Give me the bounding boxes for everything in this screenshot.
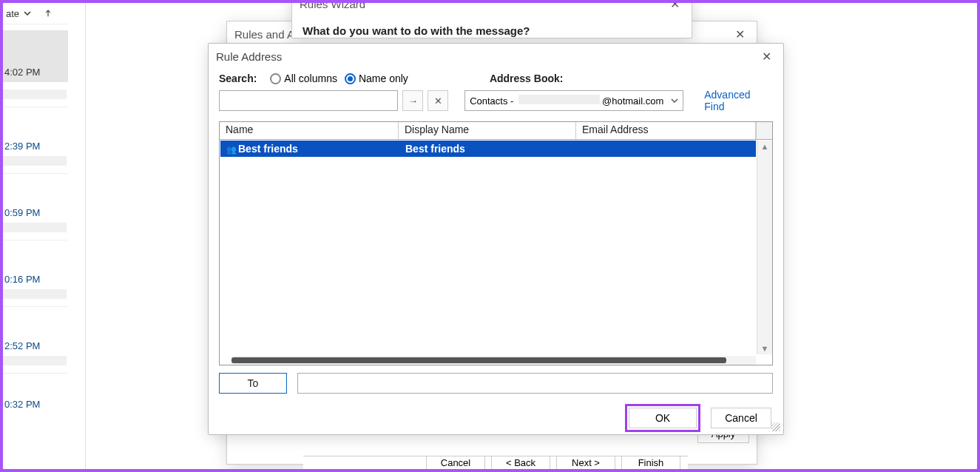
advanced-find-link[interactable]: Advanced Find (704, 89, 773, 112)
radio-all-label: All columns (284, 73, 337, 84)
mail-item[interactable]: 4:02 PM (3, 24, 68, 107)
redacted-account (518, 95, 600, 104)
address-book-value: Contacts - @hotmail.com (470, 95, 663, 107)
go-button[interactable]: → (402, 90, 423, 111)
ok-highlight: OK (625, 404, 700, 432)
resize-grip-icon[interactable] (771, 422, 780, 431)
chevron-down-icon (24, 8, 31, 19)
group-icon: 👥 (226, 145, 237, 155)
to-button[interactable]: To (219, 373, 287, 394)
sort-label-fragment: ate (6, 8, 19, 19)
scroll-down-icon[interactable]: ▼ (757, 343, 772, 354)
rule-address-title: Rule Address (216, 50, 282, 63)
close-icon: ✕ (434, 95, 442, 107)
close-icon[interactable]: ✕ (731, 27, 749, 41)
rules-wizard-window: Rules Wizard ✕ What do you want to do wi… (291, 0, 692, 38)
table-row[interactable]: 👥Best friends Best friends (220, 141, 756, 157)
mail-item[interactable]: 0:32 PM (3, 373, 68, 417)
mail-preview-bar (3, 223, 67, 232)
mail-item[interactable]: 2:52 PM (3, 306, 68, 373)
mail-time: 4:02 PM (3, 67, 40, 78)
mail-item[interactable]: 0:16 PM (3, 240, 68, 306)
mail-preview-bar (3, 156, 67, 166)
address-book-label: Address Book: (490, 73, 564, 84)
mail-time: 0:32 PM (3, 399, 67, 410)
rules-wizard-title: Rules Wizard (300, 0, 365, 10)
mail-preview-bar (3, 289, 67, 299)
mail-time: 2:52 PM (3, 340, 67, 351)
row-display: Best friends (405, 143, 465, 155)
mail-time: 2:39 PM (3, 141, 67, 152)
mail-sort-header[interactable]: ate (3, 3, 68, 24)
close-icon[interactable]: ✕ (757, 50, 776, 64)
radio-icon (345, 73, 356, 84)
wizard-back-button[interactable]: < Back (491, 456, 550, 469)
column-display-name[interactable]: Display Name (399, 122, 576, 139)
address-book-select[interactable]: Contacts - @hotmail.com (464, 90, 683, 111)
rules-wizard-footer: Cancel < Back Next > Finish (303, 456, 688, 469)
radio-name-label: Name only (359, 73, 408, 84)
column-email[interactable]: Email Address (576, 122, 756, 139)
table-hscrollbar[interactable] (232, 356, 756, 365)
search-input[interactable] (219, 90, 398, 111)
mail-preview-bar (3, 90, 67, 99)
radio-name-only[interactable]: Name only (345, 73, 408, 84)
ok-button[interactable]: OK (629, 408, 697, 428)
cancel-button[interactable]: Cancel (711, 408, 771, 428)
search-label: Search: (219, 73, 257, 84)
to-input[interactable] (297, 373, 773, 394)
wizard-finish-button[interactable]: Finish (621, 456, 680, 469)
mail-pane-divider (68, 3, 86, 469)
hscroll-thumb[interactable] (232, 357, 726, 363)
rule-address-dialog: Rule Address ✕ Search: All columns Name … (208, 43, 784, 435)
radio-all-columns[interactable]: All columns (270, 73, 337, 84)
column-name[interactable]: Name (220, 122, 399, 139)
mail-time: 0:16 PM (3, 274, 67, 285)
contacts-table: Name Display Name Email Address 👥Best fr… (219, 121, 773, 365)
wizard-cancel-button[interactable]: Cancel (426, 456, 485, 469)
mail-list: ate 4:02 PM 2:39 PM 0:59 PM 0:16 PM 2:52… (3, 3, 68, 469)
scroll-up-icon[interactable]: ▲ (757, 141, 772, 152)
table-header: Name Display Name Email Address (220, 122, 772, 140)
arrow-right-icon: → (408, 95, 418, 107)
rules-wizard-prompt: What do you want to do with the message? (292, 14, 692, 43)
clear-search-button[interactable]: ✕ (428, 90, 448, 111)
wizard-next-button[interactable]: Next > (556, 456, 615, 469)
table-vscrollbar[interactable]: ▲ ▼ (757, 141, 772, 354)
radio-icon (270, 73, 281, 84)
mail-item[interactable]: 2:39 PM (3, 107, 68, 173)
chevron-down-icon (671, 95, 678, 107)
mail-preview-bar (3, 356, 67, 365)
mail-time: 0:59 PM (3, 207, 67, 218)
close-icon[interactable]: ✕ (666, 0, 684, 11)
mail-item[interactable]: 0:59 PM (3, 173, 68, 240)
row-name: Best friends (238, 143, 298, 155)
rules-alerts-title: Rules and A (234, 28, 294, 41)
arrow-up-icon (44, 8, 52, 19)
